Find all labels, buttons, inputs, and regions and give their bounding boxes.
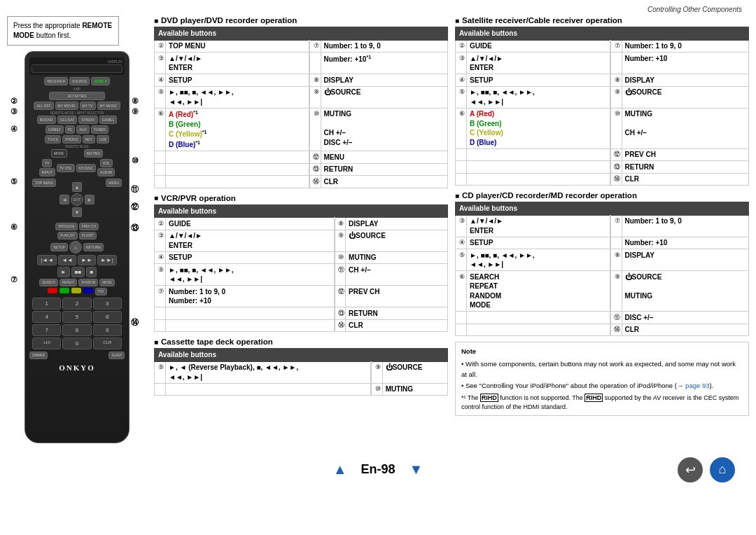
net-btn[interactable]: NET <box>83 135 95 144</box>
num6-btn[interactable]: 6 <box>93 311 122 323</box>
phono-btn[interactable]: PHONO <box>62 135 80 144</box>
vcr-row4-label2: CH +/– <box>346 264 448 286</box>
stb-div-btn[interactable]: STB/DIV <box>78 116 97 124</box>
prev-arrow-icon[interactable]: ▲ <box>333 461 347 478</box>
sat-row1-label2: Number: 1 to 9, 0 <box>622 40 748 53</box>
thx-btn[interactable]: THX <box>95 288 107 296</box>
num3-btn[interactable]: 3 <box>93 298 122 310</box>
return-btn[interactable]: RETURN <box>83 243 104 251</box>
num8-btn[interactable]: 8 <box>62 324 91 336</box>
pause-btn[interactable]: ■■ <box>71 267 85 277</box>
cass-row1-num: ⑤ <box>155 361 166 383</box>
game2-btn[interactable]: GAME2 <box>46 125 64 134</box>
receiver-btn[interactable]: RECEIVER <box>44 77 68 85</box>
search-btn[interactable]: SEARCH <box>39 279 58 286</box>
album-btn[interactable]: ALBUM <box>97 168 115 176</box>
num7-btn[interactable]: 7 <box>32 324 61 336</box>
next-arrow-icon[interactable]: ▼ <box>410 461 424 478</box>
usb-btn[interactable]: USB <box>97 135 109 144</box>
sat-row5-num2: ⑩ <box>610 108 622 148</box>
dimmer-btn[interactable]: DIMMER <box>29 352 48 359</box>
content-area: DVD player/DVD recorder operation Availa… <box>154 16 749 443</box>
sat-row2-label: ▲/▼/◄/►ENTER <box>467 53 611 74</box>
my-tv-btn[interactable]: MY TV <box>80 102 96 110</box>
prev-ch-btn[interactable]: PREV CH <box>79 223 99 230</box>
playbt-btn[interactable]: PLAYBT <box>79 232 97 239</box>
sat-row1-num2: ⑦ <box>610 40 622 53</box>
spd-guide-btn[interactable]: SPDGUIDE <box>55 223 78 230</box>
source-btn[interactable]: SOURCE <box>69 77 90 85</box>
top-menu-btn[interactable]: TOP MENU <box>32 179 56 187</box>
vcr-row1-num2: ⑧ <box>335 218 346 230</box>
my-music-btn[interactable]: MY MUSIC <box>97 102 120 110</box>
enter-center-btn[interactable]: ENT <box>71 193 83 206</box>
muting-remote-btn[interactable]: MUTING <box>84 149 104 158</box>
vcr-row3-label2: MUTING <box>346 251 448 264</box>
sat-row7-num2: ⑬ <box>610 161 622 174</box>
tv-btn[interactable]: TV <box>42 159 52 167</box>
fast-fwd-btn[interactable]: ►► <box>78 255 96 265</box>
dpad-right[interactable]: ► <box>85 195 94 204</box>
sat-header: Available buttons <box>456 27 749 41</box>
prev-track-btn[interactable]: |◄◄ <box>37 255 57 265</box>
all-off-btn[interactable]: ALL OFF <box>34 102 53 110</box>
cel-sat-btn[interactable]: CEL/SAT <box>57 116 77 124</box>
home-button[interactable]: ⌂ <box>710 457 735 482</box>
num10-btn[interactable]: +10 <box>32 338 61 349</box>
play-btn[interactable]: ► <box>57 267 70 277</box>
dpad-down[interactable]: ▼ <box>72 207 82 217</box>
game1-btn[interactable]: GAME1 <box>99 116 118 124</box>
num0-btn[interactable]: 0 <box>62 338 91 349</box>
dpad-up[interactable]: ▲ <box>72 182 82 192</box>
num1-btn[interactable]: 1 <box>32 298 61 310</box>
rewind-btn[interactable]: ◄◄ <box>58 255 76 265</box>
mode-2-btn[interactable]: MODE <box>99 279 115 286</box>
cd-row2-label2: Number: +10 <box>622 237 748 249</box>
footer-action-icons: ↩ ⌂ <box>678 457 735 482</box>
home-btn[interactable]: ⌂ <box>69 241 82 253</box>
dvd-row4-label2: ⏻SOURCE <box>321 86 447 108</box>
dpad-left[interactable]: ◄ <box>59 195 69 204</box>
note-item-2: See "Controlling Your iPod/iPhone" about… <box>461 381 743 391</box>
sat-row7-label2: RETURN <box>622 161 748 174</box>
setup-remote-btn[interactable]: SETUP <box>50 243 68 251</box>
page-link[interactable]: page 93 <box>685 382 709 389</box>
activities-btn[interactable]: ACTIVITIES <box>49 92 105 100</box>
pc-btn[interactable]: PC <box>65 125 76 134</box>
vol-btn[interactable]: VOL <box>100 159 113 167</box>
menu-btn[interactable]: MENU <box>106 179 122 187</box>
dvd-row6-label2: MENU <box>321 151 447 164</box>
next-track-btn[interactable]: ►►| <box>97 255 117 265</box>
stop-btn[interactable]: ■ <box>86 267 97 277</box>
random-btn[interactable]: RANDOM <box>78 279 98 286</box>
num9-btn[interactable]: 9 <box>93 324 122 336</box>
clr-btn[interactable]: CLR <box>93 338 122 349</box>
cd-row3-num2: ⑧ <box>610 249 622 271</box>
playlist-btn[interactable]: PLAYLIST <box>57 232 78 239</box>
ch-disc-btn[interactable]: CH DISC <box>76 164 97 172</box>
num5-btn[interactable]: 5 <box>62 311 91 323</box>
sleep-btn[interactable]: SLEEP <box>108 352 125 359</box>
aux-btn[interactable]: AUX <box>76 125 89 134</box>
num4-btn[interactable]: 4 <box>32 311 61 323</box>
tuner-btn[interactable]: TUNER <box>91 125 108 134</box>
yellow-btn[interactable] <box>71 288 81 293</box>
mode-btn[interactable]: MODE <box>51 149 67 158</box>
blue-btn[interactable] <box>83 288 93 293</box>
input-btn[interactable]: INPUT <box>39 168 55 176</box>
bd-dvd-btn[interactable]: BD/DVD <box>37 116 56 124</box>
my-movie-btn[interactable]: MY MOVIE <box>55 102 78 110</box>
tv-vol-btn[interactable]: TV VOL <box>57 164 75 172</box>
sat-row8-num <box>456 173 467 186</box>
back-button[interactable]: ↩ <box>678 457 703 482</box>
dvd-row1-num2: ⑦ <box>309 40 321 53</box>
vcr-row6-num2: ⑬ <box>335 307 346 320</box>
repeat-btn[interactable]: REPEAT <box>59 279 78 286</box>
dvd-row1-label: TOP MENU <box>166 40 310 53</box>
red-btn[interactable] <box>48 288 57 293</box>
green-btn[interactable] <box>59 288 69 293</box>
zone-btn[interactable]: ZONE 2 <box>91 77 109 85</box>
tv-cd-btn[interactable]: TV/CD <box>45 135 61 144</box>
dvd-row4-num2: ⑨ <box>309 86 321 108</box>
num2-btn[interactable]: 2 <box>62 298 91 310</box>
